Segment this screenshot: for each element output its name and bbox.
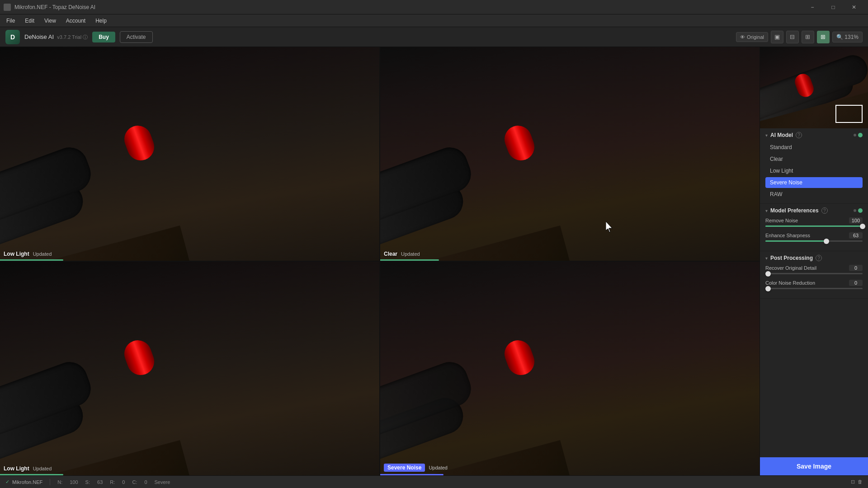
activate-button[interactable]: Activate	[120, 31, 153, 43]
status-icons: ⊡ 🗑	[851, 479, 863, 485]
recover-detail-track[interactable]	[765, 273, 863, 274]
zoom-level: 🔍 131%	[832, 32, 863, 42]
menu-view[interactable]: View	[40, 16, 61, 26]
model-severe-noise[interactable]: Severe Noise	[765, 177, 863, 188]
recover-detail-row: Recover Original Detail 0	[765, 265, 863, 274]
status-file: ✓ Mikrofon.NEF	[5, 479, 42, 485]
panel-image-top-left	[0, 47, 379, 261]
view-controls: 👁 Original ▣ ⊟ ⊞ ⊞ 🔍 131%	[736, 31, 863, 43]
panel-top-right: Clear Updated	[380, 47, 760, 261]
original-toggle[interactable]: 👁 Original	[736, 32, 768, 42]
ai-model-help[interactable]: ?	[796, 132, 802, 138]
view-single[interactable]: ▣	[771, 31, 783, 43]
color-noise-label: Color Noise Reduction	[765, 280, 815, 286]
panel-bottom-left: Low Light Updated	[0, 262, 379, 475]
panel-label-bottom-left: Low Light Updated	[4, 465, 52, 472]
post-processing-chevron: ▾	[765, 256, 768, 261]
panel-label-top-right: Clear Updated	[384, 251, 420, 257]
remove-noise-thumb[interactable]	[860, 224, 865, 229]
model-raw[interactable]: RAW	[765, 189, 863, 200]
enhance-sharpness-value: 63	[849, 232, 863, 239]
status-icon-1[interactable]: ⊡	[851, 479, 855, 485]
enhance-sharpness-thumb[interactable]	[824, 239, 829, 244]
original-label: Original	[747, 34, 764, 40]
panel-top-left: Low Light Updated	[0, 47, 379, 261]
model-prefs-toggle	[854, 208, 863, 213]
panel-name-bottom-right: Severe Noise	[384, 464, 425, 472]
right-panel: ▾ AI Model ? Standard Clear Low Light Se…	[760, 47, 868, 475]
close-button[interactable]: ✕	[844, 0, 864, 14]
view-quad[interactable]: ⊞	[817, 31, 830, 43]
model-low-light[interactable]: Low Light	[765, 165, 863, 176]
save-button[interactable]: Save Image	[760, 457, 868, 475]
panel-name-top-left: Low Light	[4, 251, 29, 257]
buy-button[interactable]: Buy	[92, 32, 115, 42]
ai-model-title: AI Model	[770, 132, 793, 138]
toggle-icon	[854, 134, 856, 136]
status-r-label: R:	[110, 479, 115, 485]
model-preferences-header[interactable]: ▾ Model Preferences ?	[765, 207, 863, 214]
status-c-label: C:	[132, 479, 137, 485]
model-prefs-help[interactable]: ?	[821, 207, 828, 214]
panel-label-bottom-right: Severe Noise Updated	[384, 464, 448, 472]
enhance-sharpness-label: Enhance Sharpness	[765, 233, 810, 238]
toggle-icon2	[854, 209, 856, 212]
thumb-viewport	[835, 105, 863, 123]
post-processing-header[interactable]: ▾ Post Processing ?	[765, 255, 863, 261]
model-list: Standard Clear Low Light Severe Noise RA…	[765, 142, 863, 200]
status-check-icon: ✓	[5, 479, 9, 485]
panel-bar-bottom-right	[380, 474, 443, 475]
status-divider-1	[50, 479, 50, 485]
menu-account[interactable]: Account	[61, 16, 90, 26]
panel-status-top-right: Updated	[401, 251, 420, 257]
status-s-label: S:	[85, 479, 90, 485]
recover-detail-value: 0	[849, 265, 863, 271]
view-split-v[interactable]: ⊞	[802, 31, 814, 43]
color-noise-thumb[interactable]	[765, 286, 771, 291]
thumbnail	[760, 47, 868, 128]
window-controls: − □ ✕	[802, 0, 864, 14]
canvas-area[interactable]: Low Light Updated Clear Updat	[0, 47, 760, 475]
panel-bar-top-left	[0, 259, 63, 261]
menu-file[interactable]: File	[2, 16, 19, 26]
remove-noise-label-row: Remove Noise 100	[765, 217, 863, 224]
menu-help[interactable]: Help	[91, 16, 111, 26]
minimize-button[interactable]: −	[802, 0, 823, 14]
ai-model-header[interactable]: ▾ AI Model ?	[765, 132, 863, 138]
ai-model-toggle	[854, 133, 863, 137]
status-icon-2[interactable]: 🗑	[858, 479, 863, 485]
menubar: File Edit View Account Help	[0, 14, 868, 27]
color-noise-label-row: Color Noise Reduction 0	[765, 280, 863, 286]
toolbar: D DeNoise AI v3.7.2 Trial ⓘ Buy Activate…	[0, 27, 868, 47]
titlebar: Mikrofon.NEF - Topaz DeNoise AI − □ ✕	[0, 0, 868, 14]
panel-image-top-right	[380, 47, 760, 261]
enhance-sharpness-track[interactable]	[765, 240, 863, 242]
remove-noise-track[interactable]	[765, 225, 863, 227]
model-prefs-chevron: ▾	[765, 208, 768, 213]
app-icon	[4, 4, 11, 11]
status-n-label: N:	[57, 479, 62, 485]
ai-model-section: ▾ AI Model ? Standard Clear Low Light Se…	[760, 128, 868, 204]
color-noise-track[interactable]	[765, 288, 863, 289]
statusbar: ✓ Mikrofon.NEF N: 100 S: 63 R: 0 C: 0 Se…	[0, 475, 868, 488]
model-standard[interactable]: Standard	[765, 142, 863, 153]
model-preferences-section: ▾ Model Preferences ? Remove Noise 100	[760, 204, 868, 251]
maximize-button[interactable]: □	[823, 0, 844, 14]
remove-noise-row: Remove Noise 100	[765, 217, 863, 227]
panel-status-top-left: Updated	[33, 251, 52, 257]
toggle-active-dot2	[858, 208, 863, 213]
model-clear[interactable]: Clear	[765, 154, 863, 164]
recover-detail-label-row: Recover Original Detail 0	[765, 265, 863, 271]
eye-icon: 👁	[740, 34, 745, 40]
panel-image-bottom-left	[0, 262, 379, 475]
recover-detail-thumb[interactable]	[765, 271, 771, 277]
brand-version: v3.7.2 Trial ⓘ	[57, 34, 88, 40]
menu-edit[interactable]: Edit	[20, 16, 39, 26]
panel-grid: Low Light Updated Clear Updat	[0, 47, 760, 475]
enhance-sharpness-fill	[765, 240, 826, 242]
enhance-sharpness-label-row: Enhance Sharpness 63	[765, 232, 863, 239]
view-split-h[interactable]: ⊟	[786, 31, 799, 43]
post-processing-help[interactable]: ?	[816, 255, 822, 261]
status-model: Severe	[155, 479, 170, 485]
panel-status-bottom-right: Updated	[429, 465, 448, 470]
